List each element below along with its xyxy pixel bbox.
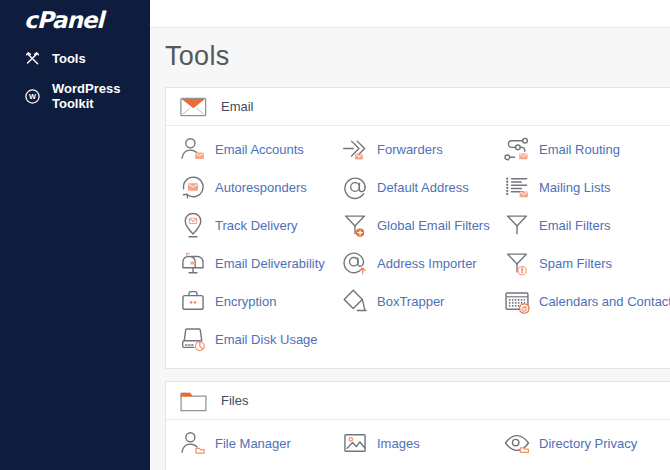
images-icon xyxy=(341,429,369,457)
section-header-email: Email xyxy=(166,88,670,126)
tool-item-address-importer[interactable]: Address Importer xyxy=(341,244,503,282)
main-area: Tools EmailEmail AccountsForwardersEmail… xyxy=(150,0,670,470)
email-section-icon xyxy=(180,96,207,118)
tool-label: Email Routing xyxy=(539,142,620,157)
tool-item-global-email-filters[interactable]: Global Email Filters xyxy=(341,206,503,244)
cpanel-logo[interactable]: cPanel xyxy=(0,0,150,31)
wordpress-icon: W xyxy=(24,88,41,105)
tool-label: File Manager xyxy=(215,436,291,451)
tool-grid-email: Email AccountsForwardersEmail RoutingAut… xyxy=(166,126,670,368)
tool-label: Default Address xyxy=(377,180,469,195)
tool-label: Email Filters xyxy=(539,218,611,233)
track-delivery-icon xyxy=(179,211,207,239)
spam-filters-icon xyxy=(503,249,531,277)
tool-item-email-filters[interactable]: Email Filters xyxy=(503,206,670,244)
tool-item-email-disk-usage[interactable]: Email Disk Usage xyxy=(179,320,341,358)
calendars-contacts-icon: @ xyxy=(503,287,531,315)
section-card-email: EmailEmail AccountsForwardersEmail Routi… xyxy=(165,87,670,369)
tool-item-file-manager[interactable]: File Manager xyxy=(179,424,341,462)
tool-item-mailing-lists[interactable]: Mailing Lists xyxy=(503,168,670,206)
sidebar-item-label: WordPress Toolkit xyxy=(52,81,142,111)
files-section-icon xyxy=(180,390,207,412)
tool-label: Global Email Filters xyxy=(377,218,490,233)
global-email-filters-icon xyxy=(341,211,369,239)
tool-label: Calendars and Contacts xyxy=(539,294,670,309)
directory-privacy-icon xyxy=(503,429,531,457)
svg-text:@: @ xyxy=(521,305,528,312)
page-title: Tools xyxy=(165,41,670,72)
tool-item-track-delivery[interactable]: Track Delivery xyxy=(179,206,341,244)
tool-label: Track Delivery xyxy=(215,218,298,233)
sidebar-item-tools[interactable]: Tools xyxy=(0,43,150,74)
tool-item-forwarders[interactable]: Forwarders xyxy=(341,130,503,168)
file-manager-icon xyxy=(179,429,207,457)
tool-label: Email Disk Usage xyxy=(215,332,318,347)
autoresponders-icon xyxy=(179,173,207,201)
tools-icon xyxy=(24,50,41,67)
svg-text:W: W xyxy=(29,92,36,101)
email-accounts-icon xyxy=(179,135,207,163)
section-header-files: Files xyxy=(166,382,670,420)
tool-label: Forwarders xyxy=(377,142,443,157)
tool-grid-files: File ManagerImagesDirectory Privacy xyxy=(166,420,670,470)
tool-item-encryption[interactable]: Encryption xyxy=(179,282,341,320)
tool-item-directory-privacy[interactable]: Directory Privacy xyxy=(503,424,670,462)
tool-label: Mailing Lists xyxy=(539,180,611,195)
mailing-lists-icon xyxy=(503,173,531,201)
tool-label: Directory Privacy xyxy=(539,436,637,451)
encryption-icon xyxy=(179,287,207,315)
sidebar-item-wordpress-toolkit[interactable]: WWordPress Toolkit xyxy=(0,74,150,118)
section-card-files: FilesFile ManagerImagesDirectory Privacy xyxy=(165,381,670,470)
tool-item-default-address[interactable]: Default Address xyxy=(341,168,503,206)
tool-label: Encryption xyxy=(215,294,276,309)
email-disk-usage-icon xyxy=(179,325,207,353)
sidebar: cPanel ToolsWWordPress Toolkit xyxy=(0,0,150,470)
content: Tools EmailEmail AccountsForwardersEmail… xyxy=(150,28,670,470)
tool-label: Email Deliverability xyxy=(215,256,325,271)
boxtrapper-icon xyxy=(341,287,369,315)
tool-item-email-accounts[interactable]: Email Accounts xyxy=(179,130,341,168)
tool-label: Images xyxy=(377,436,420,451)
sidebar-item-label: Tools xyxy=(52,51,86,66)
app-window: cPanel ToolsWWordPress Toolkit Tools Ema… xyxy=(0,0,670,470)
section-title: Email xyxy=(221,99,254,114)
email-filters-icon xyxy=(503,211,531,239)
topbar xyxy=(150,0,670,28)
tool-item-email-deliverability[interactable]: Email Deliverability xyxy=(179,244,341,282)
tool-item-spam-filters[interactable]: Spam Filters xyxy=(503,244,670,282)
address-importer-icon xyxy=(341,249,369,277)
email-routing-icon xyxy=(503,135,531,163)
section-title: Files xyxy=(221,393,248,408)
tool-item-boxtrapper[interactable]: BoxTrapper xyxy=(341,282,503,320)
tool-label: Email Accounts xyxy=(215,142,304,157)
default-address-icon xyxy=(341,173,369,201)
tool-item-images[interactable]: Images xyxy=(341,424,503,462)
tool-label: Spam Filters xyxy=(539,256,612,271)
tool-item-autoresponders[interactable]: Autoresponders xyxy=(179,168,341,206)
email-deliverability-icon xyxy=(179,249,207,277)
tool-item-email-routing[interactable]: Email Routing xyxy=(503,130,670,168)
sections-container: EmailEmail AccountsForwardersEmail Routi… xyxy=(165,87,670,470)
tool-label: Address Importer xyxy=(377,256,477,271)
sidebar-nav: ToolsWWordPress Toolkit xyxy=(0,43,150,118)
forwarders-icon xyxy=(341,135,369,163)
tool-label: Autoresponders xyxy=(215,180,307,195)
tool-item-calendars-and-contacts[interactable]: @Calendars and Contacts xyxy=(503,282,670,320)
tool-label: BoxTrapper xyxy=(377,294,444,309)
